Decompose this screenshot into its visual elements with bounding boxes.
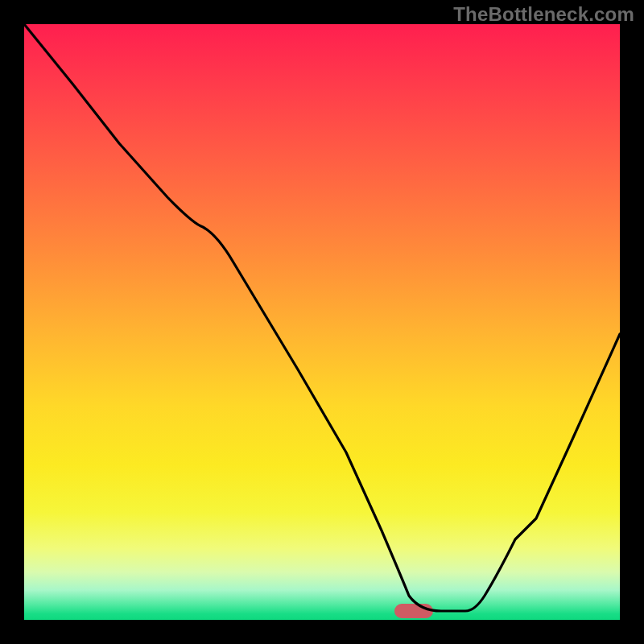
curve-path <box>24 24 620 611</box>
bottleneck-curve <box>24 24 620 620</box>
chart-frame: TheBottleneck.com <box>0 0 644 644</box>
watermark-text: TheBottleneck.com <box>453 3 634 26</box>
plot-area <box>24 24 620 620</box>
